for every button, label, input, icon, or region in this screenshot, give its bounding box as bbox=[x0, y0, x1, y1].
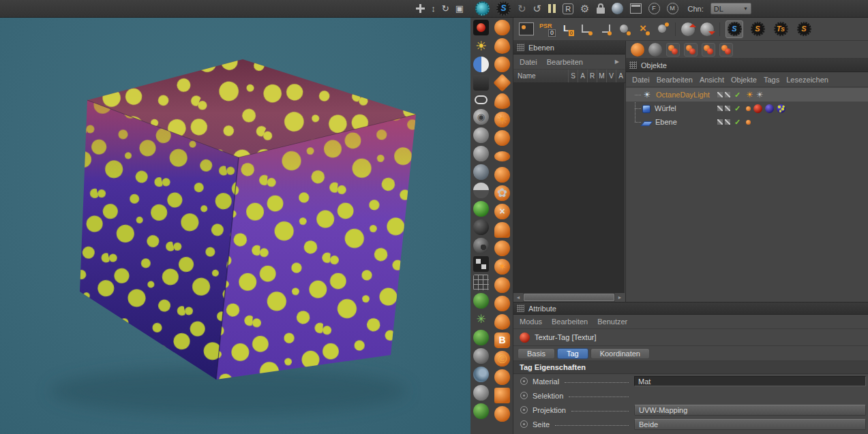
flower-icon[interactable] bbox=[494, 185, 510, 201]
object-label[interactable]: Ebene bbox=[655, 118, 677, 126]
ring-sphere-icon[interactable] bbox=[473, 109, 489, 125]
tree-icon[interactable] bbox=[473, 403, 489, 419]
node-corner-2-icon[interactable] bbox=[599, 22, 612, 36]
textured-cube[interactable] bbox=[0, 18, 470, 434]
restart-render-icon[interactable]: ↺ bbox=[533, 3, 542, 15]
flame-icon[interactable] bbox=[494, 38, 510, 54]
texture-upload-icon[interactable] bbox=[681, 22, 695, 36]
column-a[interactable]: A bbox=[578, 69, 587, 82]
selektion-field[interactable] bbox=[634, 390, 866, 401]
column-name[interactable]: Name bbox=[513, 72, 568, 80]
render-view-icon[interactable] bbox=[473, 20, 489, 35]
menu-objekte[interactable]: Objekte bbox=[731, 76, 757, 84]
knot-icon[interactable] bbox=[473, 348, 489, 364]
dark-box-icon[interactable] bbox=[473, 75, 489, 91]
menu-bearbeiten[interactable]: Bearbeiten bbox=[547, 58, 583, 66]
viewport-canvas[interactable] bbox=[0, 18, 470, 434]
orange-sphere-2-icon[interactable] bbox=[494, 241, 510, 256]
material-tag-red-icon[interactable] bbox=[753, 104, 762, 113]
film-icon[interactable] bbox=[473, 256, 489, 272]
material-pair-1-icon[interactable] bbox=[666, 43, 680, 57]
object-label[interactable]: OctaneDayLight bbox=[656, 91, 710, 99]
lock-resolution-icon[interactable] bbox=[597, 7, 605, 14]
editor-visibility-toggle[interactable] bbox=[717, 119, 723, 125]
fish-icon[interactable] bbox=[494, 93, 510, 109]
diamond-icon[interactable] bbox=[493, 74, 511, 92]
keyframe-circle-icon[interactable] bbox=[520, 420, 528, 428]
editor-visibility-toggle[interactable] bbox=[717, 92, 723, 97]
material-ball-icon[interactable] bbox=[612, 3, 623, 14]
plants-icon[interactable] bbox=[473, 293, 489, 309]
texture-tag-dots-icon[interactable] bbox=[777, 104, 785, 113]
tree-row-octanedaylight[interactable]: ☀ OctaneDayLight ✓ ☀ ☀ bbox=[626, 88, 868, 102]
layers-panel-titlebar[interactable]: Ebenen bbox=[513, 41, 625, 55]
channel-dropdown[interactable]: DL ▼ bbox=[710, 3, 751, 14]
octane-orb-icon[interactable] bbox=[494, 20, 510, 35]
copyright-icon[interactable] bbox=[494, 351, 510, 367]
orange-sphere-icon[interactable] bbox=[494, 167, 510, 183]
menu-tags[interactable]: Tags bbox=[764, 76, 779, 84]
menu-modus[interactable]: Modus bbox=[520, 317, 542, 326]
menu-benutzer[interactable]: Benutzer bbox=[597, 317, 627, 326]
octane-logo-icon[interactable] bbox=[475, 1, 490, 16]
region-render-icon[interactable]: R bbox=[563, 3, 573, 14]
layer-zero-icon[interactable]: L 0 bbox=[562, 22, 574, 37]
enabled-check-icon[interactable]: ✓ bbox=[734, 91, 740, 99]
tree-row-ebene[interactable]: Ebene ✓ bbox=[626, 115, 868, 129]
node-sphere-2-icon[interactable] bbox=[656, 22, 670, 36]
enabled-check-icon[interactable]: ✓ bbox=[734, 118, 740, 127]
octane-s-logo-icon[interactable]: S bbox=[496, 1, 511, 16]
objects-panel-titlebar[interactable]: Objekte bbox=[626, 59, 868, 72]
attributes-panel-titlebar[interactable]: Attribute bbox=[513, 303, 868, 315]
red-sphere-icon[interactable] bbox=[494, 296, 510, 311]
crescent-icon[interactable] bbox=[494, 369, 510, 385]
dome-icon[interactable] bbox=[494, 222, 510, 238]
panel-grip-icon[interactable] bbox=[629, 61, 637, 69]
capsule-icon[interactable] bbox=[475, 95, 488, 104]
render-visibility-toggle[interactable] bbox=[725, 92, 730, 97]
octane-material-blue-icon[interactable]: S bbox=[725, 20, 743, 38]
waffle-sphere-icon[interactable] bbox=[494, 130, 510, 146]
x-sphere-icon[interactable] bbox=[494, 204, 510, 219]
octane-tag-icon[interactable] bbox=[746, 120, 751, 125]
menu-bearbeiten[interactable]: Bearbeiten bbox=[657, 76, 693, 84]
pause-render-icon[interactable] bbox=[548, 4, 556, 13]
layers-list[interactable] bbox=[513, 83, 625, 292]
tab-tag[interactable]: Tag bbox=[557, 348, 588, 359]
octane-tag-icon[interactable] bbox=[746, 106, 751, 111]
material-pick-icon[interactable]: M bbox=[667, 3, 678, 14]
editor-visibility-toggle[interactable] bbox=[717, 106, 723, 111]
column-r[interactable]: R bbox=[587, 69, 597, 82]
dolly-icon[interactable]: ↕ bbox=[431, 4, 436, 13]
render-window-icon[interactable] bbox=[630, 3, 642, 14]
enabled-check-icon[interactable]: ✓ bbox=[734, 104, 740, 113]
flame-2-icon[interactable] bbox=[494, 314, 510, 330]
material-pair-3-icon[interactable] bbox=[702, 43, 715, 57]
picture-viewer-icon[interactable] bbox=[519, 22, 534, 35]
b-badge-icon[interactable] bbox=[494, 332, 510, 348]
add-material-icon[interactable] bbox=[631, 43, 644, 57]
eye-icon[interactable] bbox=[494, 151, 510, 161]
pattern-sphere-icon[interactable] bbox=[473, 238, 489, 253]
keyframe-circle-icon[interactable] bbox=[520, 406, 528, 414]
column-m[interactable]: M bbox=[597, 69, 606, 82]
menu-bearbeiten[interactable]: Bearbeiten bbox=[552, 317, 588, 326]
scatter-icon[interactable] bbox=[473, 311, 489, 327]
sun-icon[interactable] bbox=[473, 38, 489, 54]
keyframe-circle-icon[interactable] bbox=[520, 377, 528, 385]
grass-icon[interactable] bbox=[473, 330, 489, 345]
seite-dropdown[interactable]: Beide bbox=[634, 419, 866, 430]
render-settings-gear-icon[interactable]: ⚙ bbox=[580, 3, 589, 15]
tab-basis[interactable]: Basis bbox=[518, 348, 555, 359]
grid-icon[interactable] bbox=[473, 275, 489, 290]
keyframe-circle-icon[interactable] bbox=[520, 392, 528, 399]
tree-row-wuerfel[interactable]: Würfel ✓ bbox=[626, 102, 868, 115]
terrain-sphere-icon[interactable] bbox=[494, 57, 510, 72]
maximize-view-icon[interactable]: ▣ bbox=[455, 4, 464, 13]
object-label[interactable]: Würfel bbox=[655, 104, 676, 112]
panel-grip-icon[interactable] bbox=[517, 44, 524, 51]
scroll-left-icon[interactable]: ◄ bbox=[513, 293, 523, 302]
fern-icon[interactable] bbox=[494, 406, 510, 422]
pebble-icon[interactable] bbox=[473, 385, 489, 401]
material-field[interactable]: Mat bbox=[634, 376, 866, 386]
